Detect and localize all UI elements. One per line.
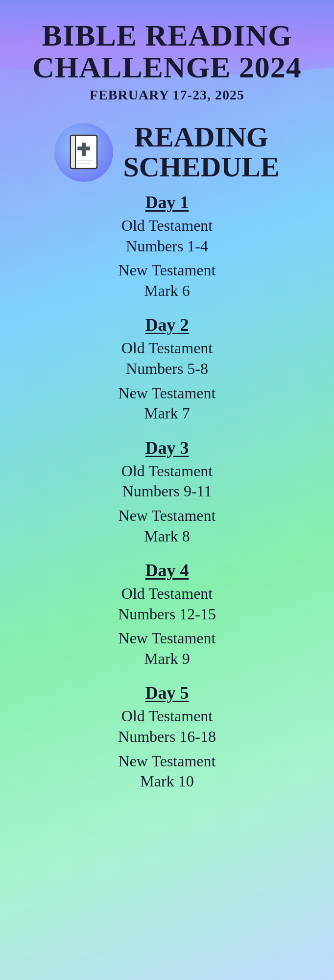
day-3-ot-label: Old Testament xyxy=(10,461,324,482)
svg-rect-1 xyxy=(71,135,75,169)
day-1-ot-ref: Numbers 1-4 xyxy=(10,236,324,257)
day-1-nt-ref: Mark 6 xyxy=(10,281,324,301)
day-block-1: Day 1 Old Testament Numbers 1-4 New Test… xyxy=(10,192,324,305)
day-3-title: Day 3 xyxy=(10,438,324,458)
schedule-title: READING SCHEDULE xyxy=(123,122,279,182)
day-3-nt-label: New Testament xyxy=(10,506,324,526)
schedule-title-line2: SCHEDULE xyxy=(123,151,279,183)
svg-rect-3 xyxy=(77,147,90,150)
day-4-nt-ref: Mark 9 xyxy=(10,649,324,669)
day-4-ot-label: Old Testament xyxy=(10,584,324,604)
day-1-title: Day 1 xyxy=(10,192,324,213)
day-block-5: Day 5 Old Testament Numbers 16-18 New Te… xyxy=(10,683,324,795)
day-3-ot-ref: Numbers 9-11 xyxy=(10,481,324,502)
title-line2: CHALLENGE 2024 xyxy=(32,50,302,84)
day-3-nt-ref: Mark 8 xyxy=(10,526,324,547)
day-2-ot-label: Old Testament xyxy=(10,338,324,359)
day-5-ot-label: Old Testament xyxy=(10,706,324,727)
day-2-nt-label: New Testament xyxy=(10,383,324,404)
day-1-nt-label: New Testament xyxy=(10,260,324,281)
day-5-nt-label: New Testament xyxy=(10,751,324,772)
day-5-ot-ref: Numbers 16-18 xyxy=(10,727,324,747)
day-5-title: Day 5 xyxy=(10,683,324,703)
day-4-title: Day 4 xyxy=(10,560,324,581)
schedule-header: READING SCHEDULE xyxy=(54,122,279,182)
day-2-ot-ref: Numbers 5-8 xyxy=(10,359,324,379)
day-4-nt-label: New Testament xyxy=(10,628,324,649)
day-2-nt-ref: Mark 7 xyxy=(10,403,324,424)
day-block-3: Day 3 Old Testament Numbers 9-11 New Tes… xyxy=(10,438,324,550)
date-range: FEBRUARY 17-23, 2025 xyxy=(32,87,302,103)
day-block-2: Day 2 Old Testament Numbers 5-8 New Test… xyxy=(10,315,324,427)
day-2-title: Day 2 xyxy=(10,315,324,335)
bible-icon xyxy=(54,123,113,182)
bible-book-svg xyxy=(67,133,101,172)
day-block-4: Day 4 Old Testament Numbers 12-15 New Te… xyxy=(10,560,324,673)
main-title: BIBLE READING CHALLENGE 2024 xyxy=(32,20,302,83)
schedule-title-line1: READING xyxy=(134,121,268,153)
title-section: BIBLE READING CHALLENGE 2024 FEBRUARY 17… xyxy=(32,20,302,103)
day-4-ot-ref: Numbers 12-15 xyxy=(10,604,324,625)
title-line1: BIBLE READING xyxy=(42,19,292,52)
day-5-nt-ref: Mark 10 xyxy=(10,771,324,792)
reading-list: Day 1 Old Testament Numbers 1-4 New Test… xyxy=(10,192,324,806)
day-1-ot-label: Old Testament xyxy=(10,216,324,236)
